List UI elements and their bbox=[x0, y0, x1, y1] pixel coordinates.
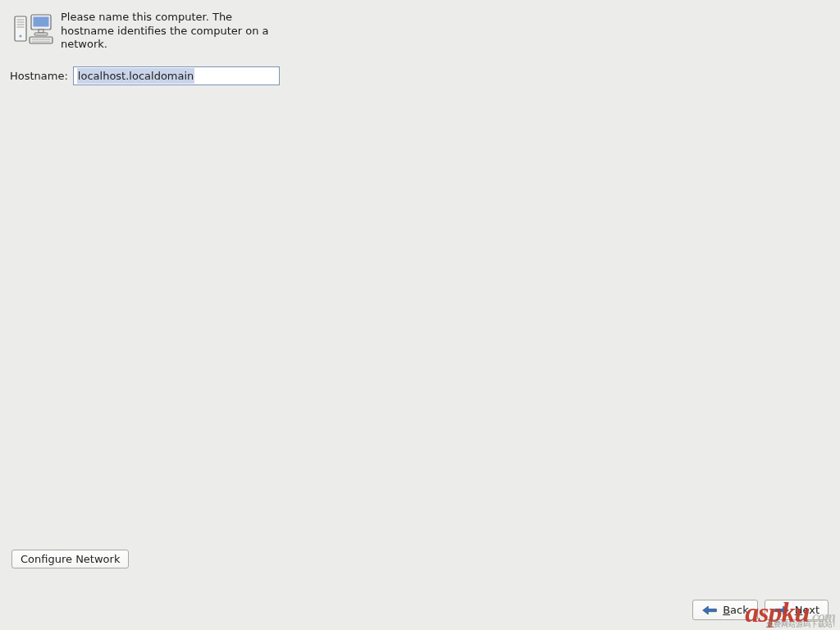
arrow-right-icon bbox=[774, 605, 790, 616]
svg-point-5 bbox=[20, 35, 22, 38]
instruction-text: Please name this computer. The hostname … bbox=[61, 10, 284, 52]
nav-buttons: Back Next bbox=[692, 600, 829, 620]
hostname-label: Hostname: bbox=[10, 70, 68, 82]
hostname-icon bbox=[10, 10, 56, 49]
svg-rect-9 bbox=[34, 33, 48, 35]
svg-rect-7 bbox=[34, 17, 49, 27]
arrow-left-icon bbox=[701, 605, 718, 616]
next-label-rest: ext bbox=[802, 604, 819, 616]
svg-rect-10 bbox=[30, 37, 52, 43]
back-accel: B bbox=[723, 604, 730, 616]
hostname-value: localhost.localdomain bbox=[77, 68, 194, 84]
next-accel: N bbox=[795, 604, 803, 616]
next-button[interactable]: Next bbox=[765, 600, 829, 620]
svg-rect-8 bbox=[39, 30, 43, 33]
back-label-rest: ack bbox=[730, 604, 749, 616]
watermark-sub: 免费网站源码下载站! bbox=[766, 619, 835, 630]
hostname-input[interactable]: localhost.localdomain bbox=[73, 66, 280, 85]
back-button[interactable]: Back bbox=[692, 600, 758, 620]
configure-network-button[interactable]: Configure Network bbox=[11, 550, 129, 568]
